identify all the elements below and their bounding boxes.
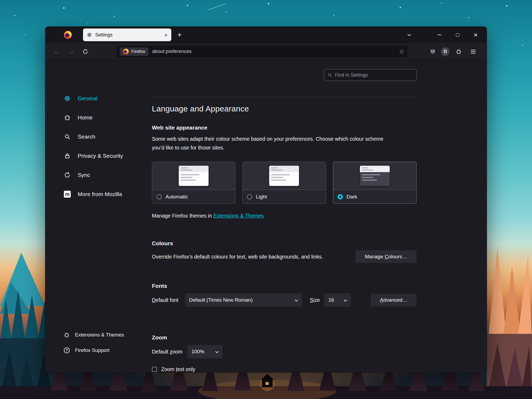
- gear-icon: [64, 95, 71, 102]
- firefox-logo-icon: [64, 31, 72, 39]
- appearance-options: Automatic Light: [152, 162, 417, 204]
- default-font-select[interactable]: Default (Times New Roman): [185, 293, 302, 307]
- menu-button[interactable]: [467, 46, 479, 57]
- sidebar-item-search[interactable]: Search: [64, 127, 123, 146]
- settings-page: General Home Search Privacy & Security: [45, 60, 487, 372]
- chevron-down-icon: [344, 298, 347, 302]
- chevron-down-icon: [295, 298, 298, 302]
- sidebar-footer: Extensions & Themes ? Firefox Support: [64, 327, 124, 358]
- radio-dark[interactable]: [338, 194, 343, 200]
- gear-icon: [87, 32, 92, 38]
- close-window-button[interactable]: ×: [469, 29, 483, 41]
- zoom-text-only-label: Zoom text only: [161, 366, 195, 372]
- colours-description: Override Firefox’s default colours for t…: [152, 254, 323, 260]
- theme-preview-dark: [360, 166, 390, 186]
- tab-title: Settings: [95, 32, 113, 38]
- theme-preview-automatic: [179, 166, 209, 186]
- chevron-down-icon: [215, 350, 219, 353]
- advanced-fonts-button[interactable]: Advanced…: [371, 294, 417, 306]
- manage-colours-button[interactable]: Manage Colours…: [355, 250, 417, 263]
- home-icon: [64, 114, 71, 121]
- lock-icon: [64, 152, 71, 159]
- sidebar-item-sync[interactable]: Sync: [64, 165, 123, 185]
- sidebar-item-firefox-support[interactable]: ? Firefox Support: [64, 343, 124, 358]
- settings-sidebar: General Home Search Privacy & Security: [64, 89, 123, 204]
- section-divider: [152, 97, 417, 97]
- sidebar-item-privacy-security[interactable]: Privacy & Security: [64, 146, 123, 165]
- navigation-toolbar: ← → Firefox about:preferences ☆ D: [45, 43, 487, 60]
- maximize-button[interactable]: [451, 29, 464, 41]
- font-size-select[interactable]: 16: [324, 293, 351, 307]
- firefox-logo-icon: [123, 49, 129, 55]
- identity-label: Firefox: [131, 49, 145, 54]
- appearance-option-automatic[interactable]: Automatic: [152, 162, 235, 204]
- bookmark-star-icon[interactable]: ☆: [399, 48, 404, 55]
- back-button[interactable]: ←: [51, 46, 63, 57]
- reload-button[interactable]: [79, 46, 92, 57]
- tab-bar: Settings × + ×: [45, 27, 487, 43]
- manage-themes-text: Manage Firefox themes in Extensions & Th…: [152, 213, 417, 219]
- website-appearance-description: Some web sites adapt their colour scheme…: [152, 135, 393, 152]
- website-appearance-heading: Web site appearance: [152, 124, 417, 131]
- pocket-icon[interactable]: [427, 46, 439, 57]
- url-bar[interactable]: Firefox about:preferences ☆: [117, 46, 408, 57]
- fonts-heading: Fonts: [152, 283, 417, 289]
- sync-icon: [64, 172, 71, 178]
- question-icon: ?: [64, 347, 70, 353]
- puzzle-icon: [64, 332, 70, 338]
- zoom-heading: Zoom: [152, 334, 417, 341]
- radio-light[interactable]: [247, 194, 252, 200]
- close-tab-icon[interactable]: ×: [164, 32, 168, 38]
- tab-settings[interactable]: Settings ×: [83, 28, 171, 41]
- zoom-text-only-checkbox[interactable]: [152, 367, 157, 372]
- new-tab-button[interactable]: +: [174, 29, 185, 40]
- appearance-option-dark[interactable]: Dark: [333, 162, 417, 204]
- default-zoom-label: Default zoom: [152, 349, 182, 355]
- default-font-label: Default font: [152, 297, 178, 303]
- sidebar-item-home[interactable]: Home: [64, 108, 123, 127]
- radio-automatic[interactable]: [156, 194, 162, 200]
- sidebar-item-extensions-themes[interactable]: Extensions & Themes: [64, 327, 124, 343]
- extensions-icon[interactable]: [453, 46, 465, 57]
- extensions-themes-link[interactable]: Extensions & Themes: [213, 213, 264, 219]
- theme-preview-light: [269, 166, 299, 186]
- default-zoom-select[interactable]: 100%: [187, 345, 222, 358]
- profile-avatar[interactable]: D: [441, 47, 450, 56]
- colours-heading: Colours: [152, 240, 417, 247]
- size-label: Size: [310, 297, 320, 303]
- reload-icon: [82, 49, 88, 55]
- minimize-button[interactable]: [433, 29, 446, 41]
- site-identity-chip[interactable]: Firefox: [120, 47, 148, 56]
- tab-list-chevron-icon[interactable]: [404, 30, 414, 40]
- url-text: about:preferences: [152, 49, 192, 54]
- search-icon: [64, 133, 71, 140]
- appearance-option-light[interactable]: Light: [242, 162, 326, 204]
- mozilla-icon: m: [64, 191, 71, 198]
- firefox-view-button[interactable]: [62, 29, 73, 40]
- sidebar-item-more-from-mozilla[interactable]: m More from Mozilla: [64, 185, 123, 204]
- forward-button[interactable]: →: [65, 46, 77, 57]
- page-title: Language and Appearance: [152, 104, 417, 113]
- language-appearance-section: Language and Appearance Web site appeara…: [152, 60, 417, 372]
- sidebar-item-general[interactable]: General: [64, 89, 123, 108]
- browser-window: Settings × + × ← → Firefox about:prefere…: [45, 27, 487, 372]
